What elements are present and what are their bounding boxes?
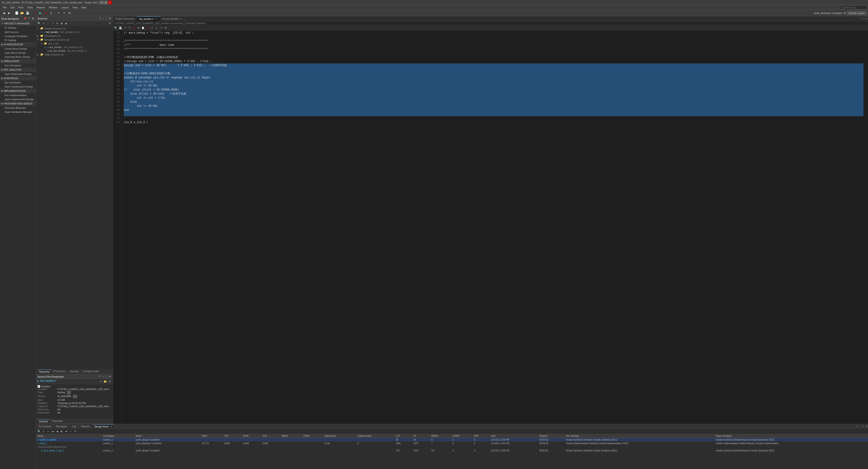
col-status[interactable]: Status xyxy=(134,434,200,438)
section-program-debug-title[interactable]: ▶ PROGRAM AND DEBUG xyxy=(0,101,36,106)
editor-format-btn[interactable]: ≡ xyxy=(155,26,159,30)
runs-nav-prev-btn[interactable]: ◀ xyxy=(55,429,59,433)
flow-nav-settings-icon[interactable]: ⚙ xyxy=(31,17,35,20)
runs-nav-next-btn[interactable]: ▶ xyxy=(60,429,64,433)
editor-search-btn[interactable]: 🔍 xyxy=(114,26,118,30)
undo-button[interactable]: ✕ xyxy=(33,11,37,15)
bottom-maximize-icon[interactable]: □ xyxy=(862,425,864,428)
bottom-tab-messages[interactable]: Messages xyxy=(54,424,70,428)
section-ip-integrator-title[interactable]: ▶ IP INTEGRATOR xyxy=(0,42,36,47)
quick-access-input[interactable] xyxy=(840,6,867,9)
editor-redo-btn[interactable]: ↷ xyxy=(127,26,131,30)
tree-td-led-twinkle[interactable]: ● td_led_twinkle (td_led_twinkle.v) xyxy=(36,49,113,53)
section-simulation-title[interactable]: ▶ SIMULATION xyxy=(0,59,36,63)
library-browse-btn[interactable]: ... xyxy=(73,395,77,398)
sources-add-btn[interactable]: + xyxy=(51,21,55,25)
editor-close-icon[interactable]: ✕ xyxy=(865,18,868,20)
file-props-open-btn[interactable]: 📂 xyxy=(103,379,107,383)
runs-add-btn[interactable]: + xyxy=(46,429,50,433)
tree-simulation-sources[interactable]: ▼ 📁 Simulation Sources (2) xyxy=(36,38,113,41)
col-wbss[interactable]: WBSS xyxy=(280,434,302,438)
section-synthesis-title[interactable]: ▶ SYNTHESIS xyxy=(0,76,36,80)
editor-scrollbar[interactable] xyxy=(865,30,868,424)
section-project-manager-title[interactable]: ▼ PROJECT MANAGER xyxy=(0,21,36,26)
flow-nav-pin-icon[interactable]: 📌 xyxy=(23,17,27,20)
bottom-minimize-icon[interactable]: − xyxy=(859,425,861,428)
editor-comment-btn[interactable]: // xyxy=(150,26,154,30)
col-tpws[interactable]: TPWS xyxy=(302,434,323,438)
fn-item-generate-bitstream[interactable]: Generate Bitstream xyxy=(0,106,36,110)
col-wns[interactable]: WNS xyxy=(200,434,223,438)
col-tns[interactable]: TNS xyxy=(223,434,242,438)
sources-settings-btn[interactable]: ⚙ xyxy=(108,21,112,25)
flow-nav-help-icon[interactable]: ? xyxy=(28,17,31,20)
layout-button[interactable]: Default Layout xyxy=(846,11,867,15)
sources-sort-btn[interactable]: ↕ xyxy=(46,21,50,25)
col-constraints[interactable]: Constraints xyxy=(102,434,134,438)
tb-btn-7[interactable]: % xyxy=(67,11,72,15)
menu-edit[interactable]: Edit xyxy=(8,6,17,9)
tab-libraries[interactable]: Libraries xyxy=(67,369,81,373)
bottom-tab-tcl-console[interactable]: Tcl Console xyxy=(36,424,54,428)
tab-project-summary[interactable]: Project Summary xyxy=(113,16,137,21)
menu-file[interactable]: File xyxy=(1,6,8,9)
runs-nav-last-btn[interactable]: ⏭ xyxy=(64,429,68,433)
menu-flow[interactable]: Flow xyxy=(17,6,25,9)
back-button[interactable]: ◀ xyxy=(1,11,6,15)
tab-hierarchy[interactable]: Hierarchy xyxy=(37,369,52,373)
tree-design-sources[interactable]: ▼ 📁 Design Sources (1) xyxy=(36,26,113,30)
forward-button[interactable]: ▶ xyxy=(7,11,12,15)
col-bram[interactable]: BRAM xyxy=(430,434,451,438)
col-ff[interactable]: FF xyxy=(412,434,430,438)
minimize-button[interactable]: ─ xyxy=(100,1,104,4)
new-file-button[interactable]: 📄 xyxy=(14,11,19,15)
fn-item-open-elaborated-design[interactable]: Open Elaborated Design xyxy=(0,72,36,76)
tree-utility-sources[interactable]: ▶ 📁 Utility Sources (1) xyxy=(36,53,113,57)
runs-row-0[interactable]: ✔ synth_1 (active) constrs_1 synth_desig… xyxy=(36,438,868,442)
menu-tools[interactable]: Tools xyxy=(25,6,35,9)
section-rtl-analysis-title[interactable]: ▶ RTL ANALYSIS xyxy=(0,67,36,72)
type-browse-btn[interactable]: ... xyxy=(67,391,71,394)
tree-led-twinkle-design[interactable]: ▼ v led_twinkle (led_twinkle.v) (1) xyxy=(36,30,113,34)
file-props-maximize-icon[interactable]: □ xyxy=(105,375,107,378)
fn-item-generate-block-design[interactable]: Generate Block Design xyxy=(0,55,36,59)
col-total-power[interactable]: Total Power xyxy=(323,434,356,438)
col-name[interactable]: Name xyxy=(36,434,102,438)
editor-indent-btn[interactable]: ⇥ xyxy=(159,26,163,30)
code-content[interactable]: (* mark_debug = "true"*) reg [25:0] cnt … xyxy=(122,30,865,424)
menu-help[interactable]: Help xyxy=(80,6,88,9)
save-button[interactable]: 💾 xyxy=(25,11,30,15)
file-props-help-icon[interactable]: ? xyxy=(98,375,101,378)
tab-properties[interactable]: Properties xyxy=(50,419,65,423)
file-props-close-icon[interactable]: ✕ xyxy=(108,375,112,378)
fn-item-run-synthesis[interactable]: Run Synthesis xyxy=(0,80,36,85)
runs-nav-first-btn[interactable]: ⏮ xyxy=(51,429,55,433)
editor-close-file-btn[interactable]: ✕ xyxy=(132,26,136,30)
stop-button[interactable]: ■ xyxy=(43,11,48,15)
menu-layout[interactable]: Layout xyxy=(59,6,70,9)
tree-constraints[interactable]: ▶ 📁 Constraints (1) xyxy=(36,34,113,38)
col-whs[interactable]: WHS xyxy=(242,434,261,438)
fn-item-open-hardware-manager[interactable]: Open Hardware Manager xyxy=(0,110,36,114)
runs-row-1[interactable]: ✔ impl_1 constrs_1 write_bitstream Compl… xyxy=(36,442,868,445)
sources-filter-btn[interactable]: ≡ xyxy=(41,21,45,25)
bottom-help-icon[interactable]: ? xyxy=(855,425,858,428)
sources-close-icon[interactable]: ✕ xyxy=(108,17,112,20)
editor-undo-btn[interactable]: ↶ xyxy=(123,26,127,30)
editor-delete-btn[interactable]: ✕ xyxy=(146,26,150,30)
design-runs-tab-close-icon[interactable]: ✕ xyxy=(110,426,112,428)
runs-percent-btn[interactable]: % xyxy=(73,429,77,433)
col-dsp[interactable]: DSP xyxy=(473,434,490,438)
file-props-minimize-icon[interactable]: − xyxy=(102,375,104,378)
sigma-button[interactable]: Σ xyxy=(49,11,54,15)
fn-item-open-block-design[interactable]: Open Block Design xyxy=(0,51,36,55)
runs-filter-btn[interactable]: ≡ xyxy=(41,429,45,433)
file-props-edit-btn[interactable]: ✏ xyxy=(99,379,103,383)
editor-maximize-icon[interactable]: □ xyxy=(863,18,865,20)
editor-paste-btn[interactable]: 📋 xyxy=(141,26,145,30)
fn-item-language-templates[interactable]: Language Templates xyxy=(0,34,36,38)
tab-led-twinkle-close-icon[interactable]: ✕ xyxy=(156,18,158,20)
col-lut[interactable]: LUT xyxy=(395,434,412,438)
editor-save-btn[interactable]: 💾 xyxy=(118,26,122,30)
editor-settings-btn[interactable]: ⚙ xyxy=(163,26,167,30)
